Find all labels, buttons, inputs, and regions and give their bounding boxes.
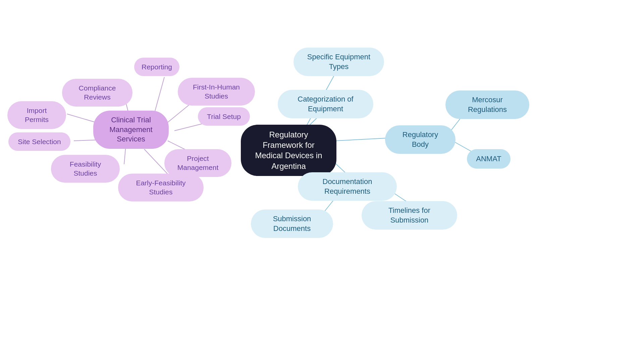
- ctms-label: Clinical Trial Management Services: [101, 115, 161, 144]
- first-human-node[interactable]: First-In-Human Studies: [178, 78, 255, 106]
- categorization-node[interactable]: Categorization of Equipment: [278, 90, 373, 118]
- mercosur-label: Mercosur Regulations: [453, 95, 521, 114]
- early-feasibility-label: Early-Feasibility Studies: [126, 178, 196, 197]
- mercosur-node[interactable]: Mercosur Regulations: [445, 90, 529, 119]
- anmat-node[interactable]: ANMAT: [467, 149, 511, 169]
- specific-equip-node[interactable]: Specific Equipment Types: [293, 48, 384, 76]
- feasibility-label: Feasibility Studies: [59, 160, 112, 178]
- site-selection-node[interactable]: Site Selection: [8, 132, 70, 151]
- regulatory-body-node[interactable]: Regulatory Body: [385, 125, 455, 154]
- first-human-label: First-In-Human Studies: [186, 82, 247, 101]
- doc-req-node[interactable]: Documentation Requirements: [298, 172, 397, 201]
- import-label: Import Permits: [15, 106, 58, 124]
- ctms-node[interactable]: Clinical Trial Management Services: [93, 111, 169, 149]
- timelines-label: Timelines for Submission: [370, 206, 449, 225]
- submission-docs-node[interactable]: Submission Documents: [251, 209, 333, 238]
- site-label: Site Selection: [18, 137, 61, 146]
- categorization-label: Categorization of Equipment: [286, 95, 365, 114]
- compliance-label: Compliance Reviews: [70, 83, 124, 102]
- project-label: Project Management: [172, 154, 223, 172]
- regulatory-body-label: Regulatory Body: [393, 130, 447, 149]
- specific-equip-label: Specific Equipment Types: [302, 52, 376, 71]
- regulatory-framework-node[interactable]: Regulatory Framework for Medical Devices…: [241, 125, 336, 176]
- reporting-label: Reporting: [142, 62, 172, 71]
- feasibility-node[interactable]: Feasibility Studies: [51, 155, 120, 183]
- early-feasibility-node[interactable]: Early-Feasibility Studies: [118, 174, 204, 201]
- trial-setup-node[interactable]: Trial Setup: [198, 107, 250, 126]
- submission-docs-label: Submission Documents: [259, 214, 325, 233]
- compliance-node[interactable]: Compliance Reviews: [62, 79, 132, 107]
- project-mgmt-node[interactable]: Project Management: [164, 149, 231, 177]
- trial-setup-label: Trial Setup: [207, 112, 241, 121]
- doc-req-label: Documentation Requirements: [306, 177, 389, 196]
- anmat-label: ANMAT: [476, 154, 501, 164]
- regulatory-framework-label: Regulatory Framework for Medical Devices…: [249, 129, 328, 171]
- timelines-node[interactable]: Timelines for Submission: [362, 201, 457, 230]
- reporting-node[interactable]: Reporting: [134, 58, 179, 76]
- import-permits-node[interactable]: Import Permits: [7, 101, 66, 129]
